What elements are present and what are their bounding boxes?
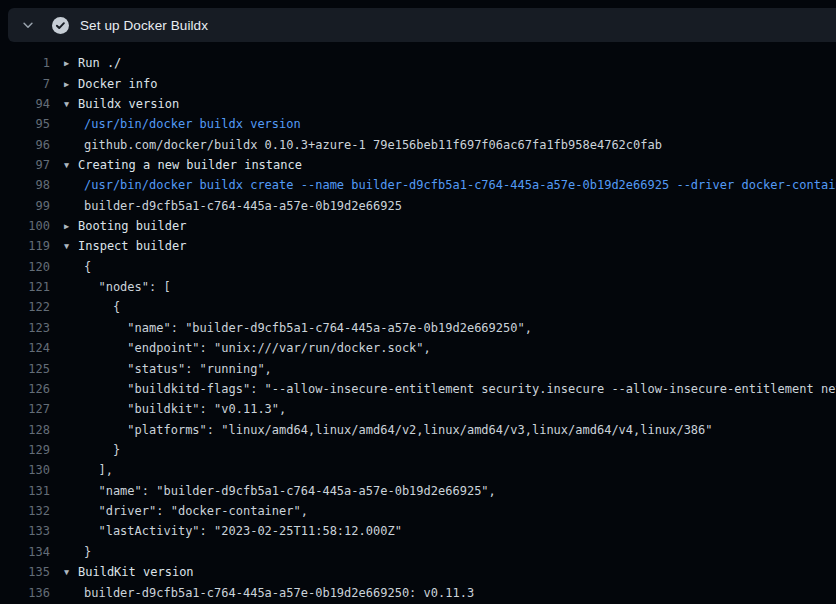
line-text-value: {	[84, 300, 120, 314]
log-line: 128 "platforms": "linux/amd64,linux/amd6…	[0, 419, 836, 439]
line-text: ▼BuildKit version	[50, 565, 194, 579]
line-number[interactable]: 123	[0, 321, 50, 335]
log-line: 126 "buildkitd-flags": "--allow-insecure…	[0, 379, 836, 399]
log-line: 136 builder-d9cfb5a1-c764-445a-a57e-0b19…	[0, 582, 836, 602]
log-line: 124 "endpoint": "unix:///var/run/docker.…	[0, 338, 836, 358]
line-number[interactable]: 124	[0, 341, 50, 355]
line-text-value: "nodes": [	[84, 280, 171, 294]
line-number[interactable]: 97	[0, 158, 50, 172]
triangle-right-icon[interactable]: ▶	[64, 58, 78, 68]
line-text-value: "platforms": "linux/amd64,linux/amd64/v2…	[84, 423, 713, 437]
line-number[interactable]: 126	[0, 382, 50, 396]
line-text-value: /usr/bin/docker buildx version	[84, 117, 301, 131]
line-text: }	[50, 443, 120, 457]
line-number[interactable]: 94	[0, 97, 50, 111]
log-line[interactable]: 100 ▶Booting builder	[0, 216, 836, 236]
line-number[interactable]: 98	[0, 178, 50, 192]
line-text-value: Inspect builder	[78, 239, 186, 253]
line-number[interactable]: 127	[0, 402, 50, 416]
triangle-down-icon[interactable]: ▼	[64, 160, 78, 170]
line-text-value: "driver": "docker-container",	[84, 504, 308, 518]
triangle-right-icon[interactable]: ▶	[64, 221, 78, 231]
line-text: "name": "builder-d9cfb5a1-c764-445a-a57e…	[50, 484, 496, 498]
log-line[interactable]: 94 ▼Buildx version	[0, 94, 836, 114]
log-line: 132 "driver": "docker-container",	[0, 501, 836, 521]
line-number[interactable]: 96	[0, 138, 50, 152]
line-text: ▶Booting builder	[50, 219, 186, 233]
line-text: ▼Inspect builder	[50, 239, 186, 253]
line-text: {	[50, 300, 120, 314]
triangle-down-icon[interactable]: ▼	[64, 567, 78, 577]
line-text-value: "name": "builder-d9cfb5a1-c764-445a-a57e…	[84, 484, 496, 498]
line-text: ▼Buildx version	[50, 97, 179, 111]
line-text-value: Buildx version	[78, 97, 179, 111]
line-number[interactable]: 136	[0, 586, 50, 600]
line-text: /usr/bin/docker buildx version	[50, 117, 301, 131]
line-text-value: builder-d9cfb5a1-c764-445a-a57e-0b19d2e6…	[84, 586, 474, 600]
triangle-right-icon[interactable]: ▶	[64, 79, 78, 89]
line-number[interactable]: 120	[0, 260, 50, 274]
log-line[interactable]: 1 ▶Run ./	[0, 53, 836, 73]
line-text: "nodes": [	[50, 280, 171, 294]
line-number[interactable]: 135	[0, 565, 50, 579]
line-text-value: "status": "running",	[84, 362, 272, 376]
line-text: ▶Run ./	[50, 56, 121, 70]
line-number[interactable]: 99	[0, 199, 50, 213]
line-number[interactable]: 121	[0, 280, 50, 294]
line-text: "buildkit": "v0.11.3",	[50, 402, 286, 416]
line-text-value: "lastActivity": "2023-02-25T11:58:12.000…	[84, 524, 402, 538]
line-text: "name": "builder-d9cfb5a1-c764-445a-a57e…	[50, 321, 532, 335]
log-line: 127 "buildkit": "v0.11.3",	[0, 399, 836, 419]
line-text: {	[50, 260, 91, 274]
line-text-value: "name": "builder-d9cfb5a1-c764-445a-a57e…	[84, 321, 532, 335]
line-number[interactable]: 131	[0, 484, 50, 498]
line-text: "buildkitd-flags": "--allow-insecure-ent…	[50, 382, 836, 396]
line-text: "status": "running",	[50, 362, 272, 376]
line-text-value: BuildKit version	[78, 565, 194, 579]
log-line: 95 /usr/bin/docker buildx version	[0, 114, 836, 134]
log-line: 134 }	[0, 542, 836, 562]
line-number[interactable]: 100	[0, 219, 50, 233]
line-number[interactable]: 129	[0, 443, 50, 457]
triangle-down-icon[interactable]: ▼	[64, 99, 78, 109]
log-line[interactable]: 119 ▼Inspect builder	[0, 236, 836, 256]
chevron-down-icon[interactable]	[21, 18, 35, 32]
log-line: 98 /usr/bin/docker buildx create --name …	[0, 175, 836, 195]
log-area: 1 ▶Run ./ 7 ▶Docker info 94 ▼Buildx vers…	[0, 53, 836, 603]
log-line: 123 "name": "builder-d9cfb5a1-c764-445a-…	[0, 318, 836, 338]
step-header[interactable]: Set up Docker Buildx	[8, 8, 836, 42]
line-text-value: }	[84, 545, 91, 559]
line-text-value: builder-d9cfb5a1-c764-445a-a57e-0b19d2e6…	[84, 199, 402, 213]
line-text: "driver": "docker-container",	[50, 504, 308, 518]
triangle-down-icon[interactable]: ▼	[64, 241, 78, 251]
check-circle-icon	[52, 17, 69, 34]
log-line[interactable]: 97 ▼Creating a new builder instance	[0, 155, 836, 175]
line-number[interactable]: 95	[0, 117, 50, 131]
log-line[interactable]: 7 ▶Docker info	[0, 73, 836, 93]
step-title: Set up Docker Buildx	[80, 18, 208, 33]
line-text: builder-d9cfb5a1-c764-445a-a57e-0b19d2e6…	[50, 199, 402, 213]
line-number[interactable]: 134	[0, 545, 50, 559]
line-number[interactable]: 125	[0, 362, 50, 376]
line-number[interactable]: 119	[0, 239, 50, 253]
line-text-value: github.com/docker/buildx 0.10.3+azure-1 …	[84, 138, 662, 152]
line-number[interactable]: 1	[0, 56, 50, 70]
line-number[interactable]: 128	[0, 423, 50, 437]
line-number[interactable]: 133	[0, 524, 50, 538]
line-text-value: {	[84, 260, 91, 274]
log-line: 129 }	[0, 440, 836, 460]
log-line[interactable]: 135 ▼BuildKit version	[0, 562, 836, 582]
line-number[interactable]: 130	[0, 463, 50, 477]
line-text: "platforms": "linux/amd64,linux/amd64/v2…	[50, 423, 713, 437]
line-text: "endpoint": "unix:///var/run/docker.sock…	[50, 341, 431, 355]
log-line: 121 "nodes": [	[0, 277, 836, 297]
line-text-value: Run ./	[78, 56, 121, 70]
line-text: /usr/bin/docker buildx create --name bui…	[50, 178, 836, 192]
line-text-value: }	[84, 443, 120, 457]
line-text: }	[50, 545, 91, 559]
line-number[interactable]: 132	[0, 504, 50, 518]
line-number[interactable]: 122	[0, 300, 50, 314]
log-line: 125 "status": "running",	[0, 358, 836, 378]
line-number[interactable]: 7	[0, 77, 50, 91]
log-line: 133 "lastActivity": "2023-02-25T11:58:12…	[0, 521, 836, 541]
